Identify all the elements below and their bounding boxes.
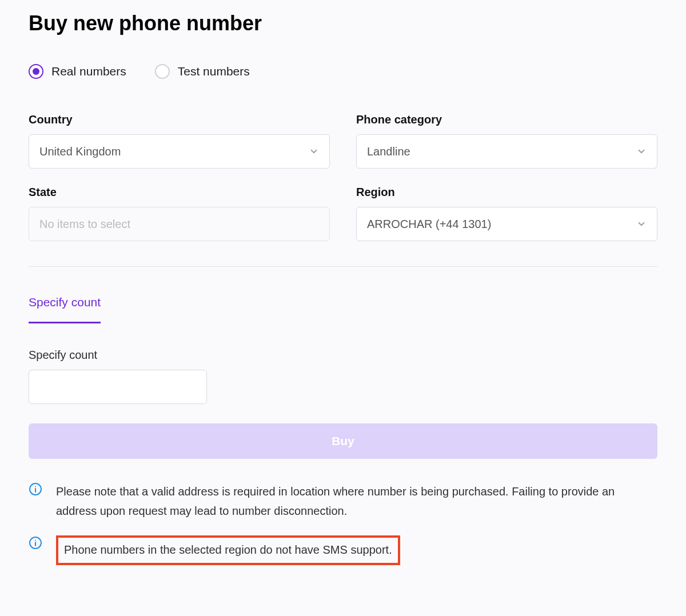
chevron-down-icon (636, 146, 647, 157)
radio-test-numbers[interactable]: Test numbers (155, 64, 250, 79)
phone-category-value: Landline (367, 145, 636, 158)
info-address-notice: Please note that a valid address is requ… (29, 482, 657, 521)
number-type-radio-group: Real numbers Test numbers (29, 64, 657, 79)
buy-button[interactable]: Buy (29, 423, 657, 459)
tab-row: Specify count (29, 295, 657, 323)
form-grid: Country United Kingdom Phone category La… (29, 113, 657, 241)
section-divider (29, 266, 657, 267)
chevron-down-icon (636, 219, 647, 229)
state-select: No items to select (29, 207, 330, 241)
info-sms-text: Phone numbers in the selected region do … (64, 543, 392, 556)
specify-count-input[interactable] (29, 370, 207, 404)
region-label: Region (356, 186, 657, 199)
radio-real-numbers[interactable]: Real numbers (29, 64, 126, 79)
chevron-down-icon (309, 146, 319, 157)
radio-label: Real numbers (51, 65, 126, 78)
sms-highlight-box: Phone numbers in the selected region do … (56, 535, 400, 565)
phone-category-label: Phone category (356, 113, 657, 126)
phone-category-select[interactable]: Landline (356, 134, 657, 169)
radio-circle-icon (155, 64, 170, 79)
info-sms-notice: Phone numbers in the selected region do … (29, 535, 657, 565)
svg-point-5 (35, 540, 36, 541)
info-icon (29, 536, 42, 550)
state-label: State (29, 186, 330, 199)
page-title: Buy new phone number (29, 11, 657, 35)
radio-circle-icon (29, 64, 43, 79)
region-field: Region ARROCHAR (+44 1301) (356, 186, 657, 241)
specify-count-field: Specify count (29, 349, 657, 404)
info-address-text: Please note that a valid address is requ… (56, 482, 657, 521)
info-icon (29, 482, 42, 496)
country-select[interactable]: United Kingdom (29, 134, 330, 169)
specify-count-label: Specify count (29, 349, 657, 362)
region-value: ARROCHAR (+44 1301) (367, 218, 636, 231)
state-field: State No items to select (29, 186, 330, 241)
state-placeholder: No items to select (39, 218, 319, 231)
country-field: Country United Kingdom (29, 113, 330, 169)
tab-specify-count[interactable]: Specify count (29, 295, 101, 323)
radio-label: Test numbers (178, 65, 250, 78)
svg-point-2 (35, 486, 36, 487)
country-value: United Kingdom (39, 145, 309, 158)
phone-category-field: Phone category Landline (356, 113, 657, 169)
region-select[interactable]: ARROCHAR (+44 1301) (356, 207, 657, 241)
country-label: Country (29, 113, 330, 126)
